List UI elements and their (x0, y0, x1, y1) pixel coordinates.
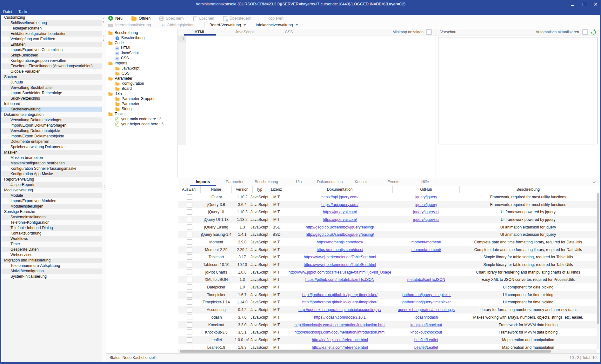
documentation-link[interactable]: https://www.j-berkemeier.de/TableSort.ht… (304, 255, 376, 259)
sidebar-item-reportverwaltung[interactable]: Reportverwaltung (1, 177, 102, 182)
bottom-tab-konsole[interactable]: Konsole (346, 178, 377, 186)
sidebar-item-jasperreports[interactable]: JasperReports (1, 182, 102, 188)
sidebar-item-system-initialisierung[interactable]: System-Initialisierung (1, 274, 102, 279)
toolbar-button-ffnen[interactable]: Öffnen (131, 16, 150, 21)
documentation-link[interactable]: http://gsgd.co.uk/sandbox/jquery/easing/ (306, 232, 374, 237)
sidebar-item-migration-und-initialisierung[interactable]: Migration und Initialisierung (1, 258, 102, 263)
documentation-link[interactable]: http://openexchangerates.github.io/accou… (298, 308, 381, 312)
tree-item-code[interactable]: Code (106, 40, 177, 45)
tree-item-imports[interactable]: Imports (106, 61, 177, 66)
row-checkbox[interactable] (187, 217, 192, 222)
github-link[interactable]: jquery/jquery-ui (413, 210, 439, 214)
toolbar-button-abh-ngigkeiten[interactable]: Abhängigkeiten (160, 23, 195, 27)
sidebar-item-moduleinstellungen[interactable]: Moduleinstellungen (1, 204, 102, 209)
row-checkbox[interactable] (187, 262, 192, 268)
row-checkbox[interactable] (187, 254, 192, 260)
sidebar-item-telefonie-konfiguration[interactable]: Telefonie-Konfiguration (1, 220, 102, 225)
sidebar-item-konfiguration-schnellerfassungsmaske[interactable]: Konfiguration Schnellerfassungsmaske (1, 166, 102, 171)
tree-item-html[interactable]: HTML (106, 45, 177, 50)
tree-item-tasks[interactable]: Tasks (106, 111, 177, 116)
tree-item-parameter[interactable]: Parameter (106, 101, 177, 106)
toolbar-button-kopieren[interactable]: Kopieren (260, 16, 284, 21)
row-checkbox[interactable] (187, 337, 192, 343)
row-checkbox[interactable] (187, 209, 192, 215)
row-checkbox[interactable] (187, 284, 192, 290)
sidebar-item-feldeigenschaften[interactable]: Feldeigenschaften (1, 26, 102, 31)
github-link[interactable]: jquery/jquery (415, 195, 437, 199)
row-checkbox[interactable] (187, 292, 192, 298)
sidebar-item-skript-bibliothek[interactable]: Skript-Bibliothek (1, 53, 102, 58)
bottom-tab-i18n[interactable]: i18n (282, 178, 314, 186)
sidebar-item-such-verzeichnis[interactable]: Such-Verzeichnis (1, 96, 102, 101)
minimap-checkbox[interactable] (426, 29, 432, 35)
editor-tab-html[interactable]: HTML (178, 29, 222, 36)
github-link[interactable]: jonthornton/jquery-timepicker (402, 293, 451, 297)
bottom-tab-imports[interactable]: Imports (187, 178, 219, 186)
documentation-link[interactable]: http://gsgd.co.uk/sandbox/jquery/easing/ (306, 225, 374, 229)
github-link[interactable]: Leaflet/Leaflet (414, 338, 438, 342)
documentation-link[interactable]: http://knockoutjs.com/documentation/intr… (294, 330, 385, 334)
documentation-link[interactable]: https://www.j-berkemeier.de/TableSort.ht… (304, 262, 376, 267)
github-link[interactable]: jquery/jquery-ui (413, 217, 439, 222)
github-link[interactable]: metatribal/xmlToJSON (407, 277, 445, 282)
sidebar-item-module[interactable]: Module (1, 193, 102, 198)
sidebar-item-entit-tenkonfiguration-bearbeiten[interactable]: Entitätenkonfiguration bearbeiten (1, 31, 102, 36)
sidebar-item-verkn-pfung-von-entit-ten[interactable]: Verknüpfung von Entitäten (1, 36, 102, 42)
tree-item-i18n[interactable]: i18n (106, 91, 177, 96)
menu-item-datei[interactable]: Datei (3, 10, 13, 14)
bottom-tab-beschreibung[interactable]: Beschreibung (250, 178, 282, 186)
documentation-link[interactable]: http://leafletjs.com/reference.html (312, 338, 368, 342)
documentation-link[interactable]: https://momentjs.com/docs/ (317, 240, 363, 244)
row-checkbox[interactable] (187, 269, 192, 275)
maximize-icon[interactable] (582, 2, 586, 7)
sidebar-item-timer[interactable]: Timer (1, 242, 102, 247)
tree-item-parameter-gruppen[interactable]: Parameter-Gruppen (106, 96, 177, 101)
row-checkbox[interactable] (187, 247, 192, 253)
row-checkbox[interactable] (187, 314, 192, 320)
auto-refresh-checkbox[interactable] (582, 29, 588, 35)
row-checkbox[interactable] (187, 277, 192, 282)
row-checkbox[interactable] (187, 202, 192, 208)
sidebar-item-speicherverwaltung-dokumente[interactable]: Speicherverwaltung Dokumente (1, 144, 102, 150)
documentation-link[interactable]: http://jonthornton.github.io/jquery-time… (302, 300, 377, 304)
tree-item-your-helper-code-here[interactable]: your helper code here : 5 (106, 122, 177, 127)
sidebar-item-maskenkonfiguration-bearbeiten[interactable]: Maskenkonfiguration bearbeiten (1, 161, 102, 166)
tree-item-beschreibung[interactable]: Beschreibung (106, 35, 177, 40)
expand-right-icon[interactable]: › (102, 20, 106, 24)
vertical-scrollbar[interactable] (597, 193, 600, 349)
horizontal-scrollbar-thumb[interactable] (180, 350, 551, 353)
sidebar-item-dokumentenintegration[interactable]: Dokumentenintegration (1, 112, 102, 117)
tree-item-javascript[interactable]: JavaScript (106, 50, 177, 56)
row-checkbox[interactable] (187, 329, 192, 335)
horizontal-scrollbar[interactable] (178, 349, 597, 353)
github-link[interactable]: lodash/lodash (414, 315, 438, 320)
row-checkbox[interactable] (187, 322, 192, 328)
sidebar-splitter[interactable]: ‹ › ‹ › (102, 15, 106, 362)
sidebar-item-import-suchfelder-reihenfolge[interactable]: Import Suchfelder-Reihenfolge (1, 90, 102, 96)
tree-item-javascript[interactable]: JavaScript (106, 66, 177, 71)
sidebar-item-webservices[interactable]: Webservices (1, 252, 102, 258)
sidebar-item-sonstige-bereiche[interactable]: Sonstige Bereiche (1, 209, 102, 215)
sidebar-item-schl-sselbearbeitung[interactable]: Schlüsselbearbeitung (1, 20, 102, 26)
bottom-tab-events[interactable]: Events (377, 178, 409, 186)
documentation-link[interactable]: https://momentjs.com/docs/ (317, 248, 363, 252)
documentation-link[interactable]: https://github.com/metatribal/xmlToJSON (305, 277, 374, 282)
tree-item-css[interactable]: CSS (106, 56, 177, 61)
menu-item-tasks[interactable]: Tasks (18, 10, 29, 14)
sidebar-item-suchen[interactable]: Suchen (1, 74, 102, 80)
sidebar-item-kachelverwaltung[interactable]: Kachelverwaltung (1, 107, 102, 112)
github-link[interactable]: jquery/jquery (415, 202, 437, 207)
tree-item-your-main-code-here[interactable]: your main code here : 2 (106, 116, 177, 122)
row-checkbox[interactable] (187, 232, 192, 237)
sidebar-item-import-export-von-modulen[interactable]: Import/Export von Modulen (1, 198, 102, 204)
sidebar-item-entit-ten[interactable]: Entitäten (1, 42, 102, 47)
documentation-link[interactable]: https://lodash.com/docs/3.10.1 (314, 315, 366, 320)
documentation-link[interactable]: https://jqueryui.com/ (323, 210, 357, 214)
tree-item-strings[interactable]: Strings (106, 106, 177, 111)
sidebar-item-erweiterte-einstellungen-anwendungsvariablen[interactable]: Erweiterte Einstellungen (Anwendungsvari… (1, 63, 102, 69)
sidebar-item-systemeinstellungen[interactable]: Systemeinstellungen (1, 215, 102, 220)
github-link[interactable]: Leaflet/Leaflet (414, 345, 438, 349)
sidebar-item-telefonie-inbound-dialog[interactable]: Telefonie-Inbound-Dialog (1, 225, 102, 231)
row-checkbox[interactable] (187, 299, 192, 305)
sidebar-item-customizing[interactable]: Customizing (1, 15, 102, 20)
